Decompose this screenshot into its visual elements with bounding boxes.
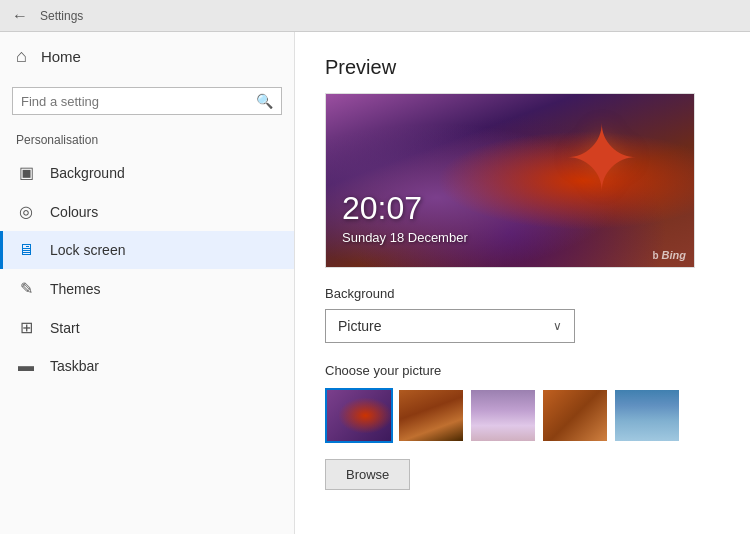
background-icon: ▣ bbox=[16, 163, 36, 182]
sidebar-item-lock-screen[interactable]: 🖥 Lock screen bbox=[0, 231, 294, 269]
preview-image: ✦ 20:07 Sunday 18 December b Bing bbox=[325, 93, 695, 268]
picture-thumb-5[interactable] bbox=[613, 388, 681, 443]
title-bar: ← Settings bbox=[0, 0, 750, 32]
search-icon: 🔍 bbox=[256, 93, 273, 109]
thumb-image-5 bbox=[615, 390, 679, 441]
thumb-image-4 bbox=[543, 390, 607, 441]
bing-logo: b Bing bbox=[652, 249, 686, 261]
preview-title: Preview bbox=[325, 56, 720, 79]
search-box[interactable]: 🔍 bbox=[12, 87, 282, 115]
thumb-image-1 bbox=[327, 390, 391, 441]
background-dropdown-container: Picture ∨ bbox=[325, 309, 575, 343]
search-input[interactable] bbox=[21, 94, 256, 109]
picture-thumb-3[interactable] bbox=[469, 388, 537, 443]
choose-picture-label: Choose your picture bbox=[325, 363, 720, 378]
sidebar-home-label: Home bbox=[41, 48, 81, 65]
sidebar: ⌂ Home 🔍 Personalisation ▣ Background ◎ … bbox=[0, 32, 295, 534]
background-dropdown[interactable]: Picture ∨ bbox=[325, 309, 575, 343]
sidebar-item-label: Taskbar bbox=[50, 358, 99, 374]
taskbar-icon: ▬ bbox=[16, 357, 36, 375]
home-icon: ⌂ bbox=[16, 46, 27, 67]
sidebar-item-label: Start bbox=[50, 320, 80, 336]
personalisation-label: Personalisation bbox=[0, 125, 294, 153]
sidebar-item-label: Background bbox=[50, 165, 125, 181]
window-title: Settings bbox=[40, 9, 83, 23]
sidebar-item-background[interactable]: ▣ Background bbox=[0, 153, 294, 192]
sidebar-item-label: Lock screen bbox=[50, 242, 125, 258]
picture-thumb-2[interactable] bbox=[397, 388, 465, 443]
themes-icon: ✎ bbox=[16, 279, 36, 298]
colours-icon: ◎ bbox=[16, 202, 36, 221]
main-container: ⌂ Home 🔍 Personalisation ▣ Background ◎ … bbox=[0, 32, 750, 534]
sidebar-home[interactable]: ⌂ Home bbox=[0, 32, 294, 81]
picture-thumb-1[interactable] bbox=[325, 388, 393, 443]
sidebar-item-label: Themes bbox=[50, 281, 101, 297]
browse-button[interactable]: Browse bbox=[325, 459, 410, 490]
sidebar-item-taskbar[interactable]: ▬ Taskbar bbox=[0, 347, 294, 385]
preview-date: Sunday 18 December bbox=[342, 230, 468, 245]
content-area: Preview ✦ 20:07 Sunday 18 December b Bin… bbox=[295, 32, 750, 534]
sidebar-item-themes[interactable]: ✎ Themes bbox=[0, 269, 294, 308]
picture-grid bbox=[325, 388, 720, 443]
preview-time: 20:07 bbox=[342, 190, 422, 227]
picture-thumb-4[interactable] bbox=[541, 388, 609, 443]
lock-screen-icon: 🖥 bbox=[16, 241, 36, 259]
thumb-image-2 bbox=[399, 390, 463, 441]
starfish-decoration: ✦ bbox=[564, 114, 664, 214]
thumb-image-3 bbox=[471, 390, 535, 441]
chevron-down-icon: ∨ bbox=[553, 319, 562, 333]
start-icon: ⊞ bbox=[16, 318, 36, 337]
back-button[interactable]: ← bbox=[10, 6, 30, 26]
sidebar-item-label: Colours bbox=[50, 204, 98, 220]
background-section-label: Background bbox=[325, 286, 720, 301]
sidebar-item-start[interactable]: ⊞ Start bbox=[0, 308, 294, 347]
dropdown-value: Picture bbox=[338, 318, 382, 334]
sidebar-item-colours[interactable]: ◎ Colours bbox=[0, 192, 294, 231]
